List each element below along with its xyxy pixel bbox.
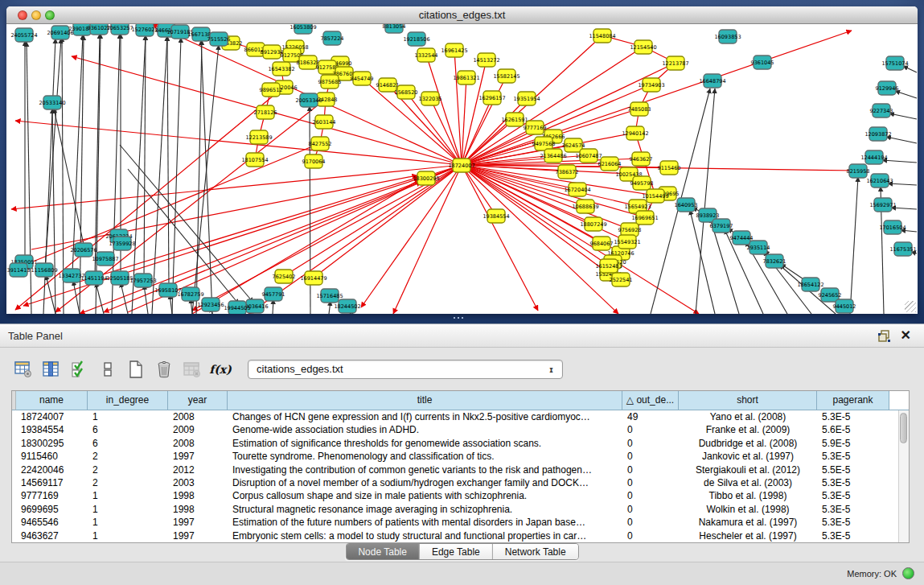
network-node[interactable]: 1332544 — [415, 48, 438, 62]
table-cell-pagerank[interactable]: 5.3E-5 — [817, 476, 889, 489]
network-node[interactable]: 16961425 — [441, 43, 467, 57]
table-cell-pagerank[interactable]: 5.5E-5 — [817, 463, 889, 476]
table-cell-in_degree[interactable]: 1 — [88, 410, 168, 423]
network-node[interactable]: 8427552 — [309, 137, 332, 150]
table-cell-in_degree[interactable]: 6 — [88, 437, 168, 450]
window-resize-grip[interactable] — [905, 301, 916, 312]
table-cell-title[interactable]: Disruption of a novel member of a sodium… — [228, 476, 622, 489]
network-node[interactable]: 9361045 — [751, 56, 774, 69]
network-node[interactable]: 9495798 — [630, 176, 654, 190]
show-column-icon[interactable] — [39, 357, 64, 381]
table-cell-short[interactable]: Wolkin et al. (1998) — [679, 503, 817, 516]
column-header-in_degree[interactable]: in_degree — [88, 391, 168, 410]
network-node[interactable]: 2603144 — [313, 115, 336, 129]
network-node[interactable]: 19384554 — [483, 209, 509, 223]
table-cell-name[interactable]: 22420046 — [16, 463, 88, 476]
table-row[interactable]: 977716911998Corpus callosum shape and si… — [12, 489, 898, 502]
network-node[interactable]: 15582145 — [493, 69, 519, 83]
table-cell-name[interactable]: 9463627 — [16, 529, 88, 542]
network-node[interactable]: 11548084 — [589, 29, 615, 43]
table-cell-short[interactable]: Tibbo et al. (1998) — [679, 489, 817, 502]
network-node[interactable]: 2522541 — [610, 273, 633, 286]
network-node[interactable]: 15692971 — [869, 198, 896, 212]
table-row[interactable]: 969969511998Structural magnetic resonanc… — [12, 503, 898, 516]
network-node[interactable]: 10688639 — [572, 200, 598, 213]
table-cell-name[interactable]: 14569117 — [16, 476, 88, 489]
table-cell-short[interactable]: Nakamura et al. (1997) — [679, 516, 817, 529]
network-node[interactable]: 6379197 — [710, 219, 733, 233]
table-cell-short[interactable]: Jankovic et al. (1997) — [679, 450, 817, 463]
table-cell-in_degree[interactable]: 2 — [88, 450, 168, 463]
table-cell-pagerank[interactable]: 5.3E-5 — [817, 450, 889, 463]
network-node[interactable]: 19351954 — [513, 92, 540, 105]
scrollbar-thumb[interactable] — [900, 413, 907, 443]
network-node[interactable]: 16543382 — [268, 62, 294, 76]
table-cell-out_degree[interactable]: 0 — [622, 516, 679, 529]
select-all-columns-icon[interactable] — [68, 357, 92, 381]
table-cell-in_degree[interactable]: 1 — [88, 489, 168, 502]
tab-network-table[interactable]: Network Table — [492, 544, 578, 559]
panel-divider-grip[interactable] — [453, 316, 464, 321]
network-node[interactable]: 9463627 — [630, 152, 653, 166]
table-cell-year[interactable]: 2008 — [168, 437, 228, 450]
network-node[interactable]: 7386372 — [556, 165, 579, 179]
table-cell-out_degree[interactable]: 0 — [622, 529, 679, 542]
table-cell-year[interactable]: 2008 — [168, 410, 228, 423]
table-cell-year[interactable]: 1998 — [168, 503, 228, 516]
network-node[interactable]: 11675351 — [889, 242, 916, 256]
table-cell-out_degree[interactable]: 0 — [622, 489, 679, 502]
network-canvas[interactable]: 1872400718300295193845541696142514513272… — [6, 24, 918, 314]
table-cell-year[interactable]: 1997 — [168, 529, 228, 542]
network-node[interactable]: 24055724 — [10, 28, 37, 42]
table-cell-year[interactable]: 2009 — [168, 423, 228, 436]
table-cell-name[interactable]: 9115460 — [16, 450, 88, 463]
table-cell-short[interactable]: Dudbridge et al. (2008) — [679, 437, 817, 450]
network-node[interactable]: 19734903 — [638, 78, 664, 92]
network-node[interactable]: 9445012 — [833, 299, 856, 313]
table-row[interactable]: 946362711997Embryonic stem cells: a mode… — [12, 529, 898, 542]
table-cell-year[interactable]: 1997 — [168, 516, 228, 529]
table-cell-out_degree[interactable]: 0 — [622, 503, 679, 516]
table-cell-year[interactable]: 2003 — [168, 476, 228, 489]
table-cell-title[interactable]: Estimation of the future numbers of pati… — [228, 516, 622, 529]
table-row[interactable]: 946554611997Estimation of the future num… — [12, 516, 898, 529]
network-node[interactable]: 19218506 — [403, 32, 429, 46]
network-node[interactable]: 16648794 — [699, 74, 725, 88]
network-node[interactable]: 1640953 — [675, 198, 698, 212]
function-builder-icon[interactable]: f(x) — [208, 357, 232, 381]
network-node[interactable]: 9896512 — [260, 83, 283, 97]
table-cell-name[interactable]: 18724007 — [16, 410, 88, 423]
network-node[interactable]: 9115460 — [658, 161, 681, 175]
memory-indicator-icon[interactable] — [902, 567, 914, 579]
network-node[interactable]: 16210643 — [866, 174, 893, 187]
table-cell-pagerank[interactable]: 5.3E-5 — [817, 516, 889, 529]
network-node[interactable]: 12923456 — [197, 298, 224, 311]
table-vertical-scrollbar[interactable] — [898, 410, 909, 542]
network-node[interactable]: 9777169 — [524, 121, 547, 134]
network-node[interactable]: 7485083 — [628, 102, 651, 116]
table-cell-short[interactable]: Franke et al. (2009) — [679, 423, 817, 436]
table-cell-name[interactable]: 19384554 — [16, 423, 88, 436]
tab-node-table[interactable]: Node Table — [346, 544, 419, 559]
table-cell-title[interactable]: Changes of HCN gene expression and I(f) … — [228, 410, 622, 423]
table-cell-title[interactable]: Corpus callosum shape and size in male p… — [228, 489, 622, 502]
clear-selection-icon[interactable] — [96, 357, 120, 381]
network-node[interactable]: 9875685 — [318, 75, 342, 89]
network-node[interactable]: 9170064 — [302, 154, 326, 168]
table-cell-short[interactable]: Stergiakouli et al. (2012) — [679, 463, 817, 476]
table-cell-pagerank[interactable]: 5.3E-5 — [817, 410, 889, 423]
network-node[interactable]: 2935114 — [747, 241, 770, 254]
network-node[interactable]: 19861321 — [453, 71, 479, 84]
network-node[interactable]: 12940142 — [622, 126, 648, 140]
table-cell-in_degree[interactable]: 2 — [88, 476, 168, 489]
network-window[interactable]: citations_edges.txt 18724007183002951938… — [6, 6, 918, 314]
table-cell-out_degree[interactable]: 0 — [622, 476, 679, 489]
network-node[interactable]: 16053809 — [290, 24, 316, 34]
table-cell-out_degree[interactable]: 0 — [622, 423, 679, 436]
network-node[interactable]: 9227343 — [870, 104, 893, 117]
network-node[interactable]: 9457791 — [262, 287, 285, 301]
network-node[interactable]: 12093872 — [864, 127, 891, 141]
network-node[interactable]: 11156809 — [31, 263, 57, 277]
close-panel-icon[interactable]: ✕ — [901, 328, 911, 344]
table-cell-out_degree[interactable]: 0 — [622, 450, 679, 463]
